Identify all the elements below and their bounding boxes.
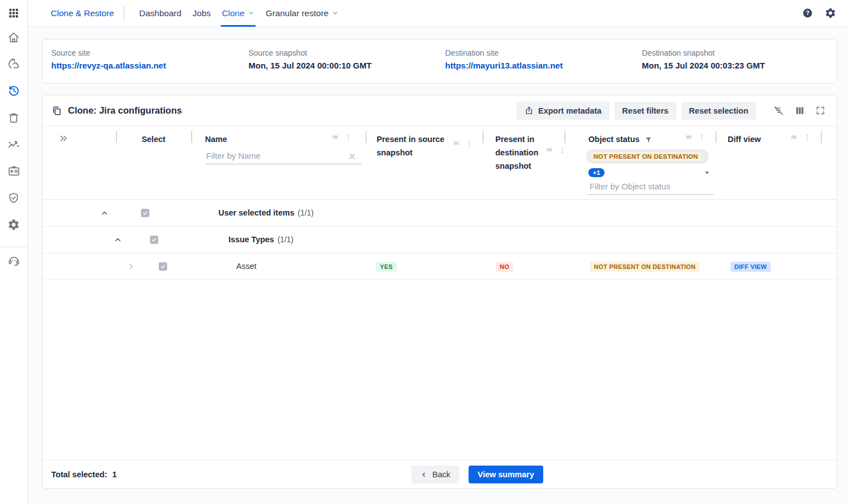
chevron-down-icon <box>247 9 255 17</box>
column-header-source: Present in source snapshot <box>377 133 447 159</box>
destination-snapshot-block: Destination snapshot Mon, 15 Jul 2024 00… <box>642 48 837 83</box>
drag-handle-icon[interactable] <box>684 133 693 141</box>
source-site-label: Source site <box>51 48 248 57</box>
name-filter-input[interactable] <box>205 149 362 164</box>
left-sidebar <box>0 0 28 504</box>
row-checkbox[interactable] <box>150 236 158 244</box>
sidebar-item-trash[interactable] <box>0 104 28 131</box>
destination-site-label: Destination site <box>445 48 642 57</box>
column-resize-handle[interactable] <box>483 131 484 143</box>
group-count: (1/1) <box>298 208 314 217</box>
back-button[interactable]: Back <box>411 466 459 483</box>
destination-snapshot-value: Mon, 15 Jul 2024 00:03:23 GMT <box>642 61 837 70</box>
status-filter-caret-icon[interactable] <box>703 167 711 177</box>
sidebar-item-backup-history[interactable] <box>0 77 28 104</box>
drag-handle-icon[interactable] <box>452 139 461 148</box>
check-icon <box>160 263 166 270</box>
filter-off-icon <box>773 105 784 116</box>
column-header-diff: Diff view <box>728 133 761 146</box>
status-filter-more-badge[interactable]: +1 <box>588 168 605 177</box>
column-resize-handle[interactable] <box>191 131 192 143</box>
export-metadata-button[interactable]: Export metadata <box>516 101 610 120</box>
sidebar-item-support[interactable] <box>0 247 28 274</box>
column-menu-icon[interactable] <box>558 146 567 154</box>
empty-table-area <box>42 280 837 460</box>
expand-row-icon[interactable] <box>126 261 136 271</box>
reset-filters-button[interactable]: Reset filters <box>615 102 676 120</box>
panel-title: Clone: Jira configurations <box>68 105 182 116</box>
clear-name-filter-icon[interactable] <box>348 151 357 161</box>
source-snapshot-block: Source snapshot Mon, 15 Jul 2024 00:00:1… <box>248 48 445 83</box>
row-checkbox[interactable] <box>159 262 167 271</box>
view-summary-button[interactable]: View summary <box>469 466 543 483</box>
drag-handle-icon[interactable] <box>545 145 554 154</box>
double-chevron-right-icon <box>59 134 69 143</box>
sidebar-item-home[interactable] <box>0 24 28 51</box>
total-selected-label: Total selected: <box>51 470 107 479</box>
table-header: Select Name Present in source snapshot P… <box>42 126 837 200</box>
present-in-source-badge: YES <box>376 262 397 272</box>
clone-configurations-panel: Clone: Jira configurations Export metada… <box>42 95 837 489</box>
table-row-issue-types[interactable]: Issue Types(1/1) <box>42 227 837 253</box>
diff-view-button[interactable]: DIFF VIEW <box>730 262 771 272</box>
column-header-name: Name <box>205 133 227 146</box>
destination-site-link[interactable]: https://mayuri13.atlassian.net <box>445 61 642 70</box>
sidebar-item-settings[interactable] <box>0 211 28 238</box>
top-navigation-bar: Clone & Restore Dashboard Jobs Clone Gra… <box>28 0 848 27</box>
column-menu-icon[interactable] <box>803 133 811 141</box>
help-button[interactable] <box>802 8 813 18</box>
expand-all-button[interactable] <box>59 133 69 143</box>
sidebar-item-analytics[interactable] <box>0 131 28 158</box>
reset-selection-button[interactable]: Reset selection <box>681 102 756 120</box>
panel-header: Clone: Jira configurations Export metada… <box>42 95 837 126</box>
columns-icon <box>794 105 806 116</box>
app-switcher-icon[interactable] <box>8 7 20 19</box>
nav-item-granular-restore[interactable]: Granular restore <box>260 0 344 27</box>
status-filter-chip[interactable]: NOT PRESENT ON DESTINATION <box>586 149 709 164</box>
drag-handle-icon[interactable] <box>331 133 340 141</box>
source-snapshot-label: Source snapshot <box>248 48 445 57</box>
sidebar-item-cloud-restore[interactable] <box>0 51 28 77</box>
export-icon <box>524 106 534 115</box>
column-resize-handle[interactable] <box>564 131 566 143</box>
fullscreen-button[interactable] <box>813 103 828 118</box>
sidebar-item-asset-card[interactable] <box>0 158 28 184</box>
chevron-down-icon <box>332 9 339 17</box>
sidebar-item-shield[interactable] <box>0 184 28 211</box>
gear-icon <box>7 218 20 231</box>
brand-link[interactable]: Clone & Restore <box>51 8 114 18</box>
column-menu-icon[interactable] <box>465 139 474 148</box>
panel-footer: Total selected: 1 Back View summary <box>42 460 837 488</box>
manage-columns-button[interactable] <box>792 102 808 119</box>
history-icon <box>7 84 21 97</box>
column-header-status: Object status <box>588 135 640 144</box>
collapse-row-icon[interactable] <box>100 208 109 218</box>
cloud-restore-icon <box>7 57 21 71</box>
chevron-left-icon <box>420 471 427 478</box>
settings-button[interactable] <box>825 7 836 19</box>
nav-item-jobs[interactable]: Jobs <box>187 0 217 27</box>
table-row-asset[interactable]: Asset YES NO NOT PRESENT ON DESTINATION … <box>42 253 837 280</box>
group-name: Issue Types <box>228 235 274 244</box>
clear-filters-button[interactable] <box>771 102 787 119</box>
column-menu-icon[interactable] <box>344 133 353 141</box>
status-filter-input[interactable] <box>588 179 714 195</box>
column-resize-handle[interactable] <box>715 131 717 143</box>
source-site-link[interactable]: https://revyz-qa.atlassian.net <box>51 61 248 70</box>
drag-handle-icon[interactable] <box>789 133 798 141</box>
snapshot-info-bar: Source site https://revyz-qa.atlassian.n… <box>42 39 837 84</box>
nav-item-dashboard[interactable]: Dashboard <box>134 0 187 27</box>
column-resize-handle[interactable] <box>365 131 367 143</box>
destination-site-block: Destination site https://mayuri13.atlass… <box>445 48 642 83</box>
row-checkbox[interactable] <box>141 209 149 217</box>
column-header-destination: Present in destination snapshot <box>495 133 544 173</box>
collapse-row-icon[interactable] <box>113 234 123 244</box>
nav-item-clone[interactable]: Clone <box>216 0 260 27</box>
total-selected-value: 1 <box>112 470 116 479</box>
item-name: Asset <box>236 262 256 271</box>
column-menu-icon[interactable] <box>698 133 706 141</box>
copy-icon <box>51 105 62 116</box>
table-row-user-selected-items[interactable]: User selected items(1/1) <box>42 200 837 227</box>
expand-icon <box>815 105 826 116</box>
column-resize-handle[interactable] <box>821 131 822 143</box>
